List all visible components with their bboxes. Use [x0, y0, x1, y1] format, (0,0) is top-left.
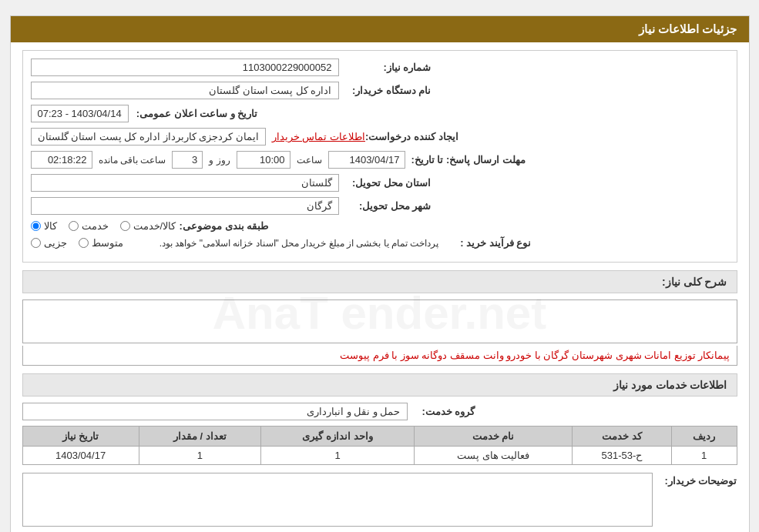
subject-option-kala-label: کالا	[44, 220, 57, 232]
subject-radio-kala-khadamat[interactable]	[120, 221, 130, 231]
purchase-type-radio-motavaset[interactable]	[79, 238, 89, 248]
cell-service-code: ح-53-531	[573, 447, 672, 465]
col-header-row-num: ردیف	[671, 427, 737, 447]
delivery-province-label: استان محل تحویل:	[339, 177, 432, 189]
contact-link[interactable]: اطلاعات تماس خریدار	[272, 131, 365, 142]
subject-row: طبقه بندی موضوعی: کالا/خدمت خدمت کالا	[31, 220, 729, 232]
purchase-type-jozii-label: جزیی	[44, 237, 67, 249]
purchase-type-radio-group: متوسط جزیی	[31, 237, 123, 249]
subject-radio-group: کالا/خدمت خدمت کالا	[31, 220, 176, 232]
creator-row: ایجاد کننده درخواست: اطلاعات تماس خریدار…	[31, 128, 729, 146]
purchase-type-motavaset-label: متوسط	[92, 237, 123, 249]
description-section-title: شرح کلی نیاز:	[22, 270, 737, 293]
services-section-title: اطلاعات خدمات مورد نیاز	[22, 373, 737, 396]
purchase-type-note: پرداخت تمام یا بخشی از مبلغ خریدار محل "…	[131, 238, 439, 249]
purchase-type-option-motavaset[interactable]: متوسط	[79, 237, 123, 249]
table-row: 1 ح-53-531 فعالیت های پست 1 1 1403/04/17	[22, 447, 737, 465]
creator-label: ایجاد کننده درخواست:	[365, 131, 458, 142]
purchase-type-label: نوع فرآیند خرید :	[439, 237, 532, 249]
cell-service-name: فعالیت های پست	[415, 447, 573, 465]
content-area: AnaT ender.net شماره نیاز: 1103000229000…	[11, 42, 749, 532]
cell-row-num: 1	[671, 447, 737, 465]
description-value: پیمانکار توزیع امانات شهری شهرستان گرگان…	[22, 346, 737, 366]
cell-unit: 1	[260, 447, 414, 465]
table-header-row: ردیف کد خدمت نام خدمت واحد اندازه گیری ت…	[22, 427, 737, 447]
delivery-city-label: شهر محل تحویل:	[339, 200, 432, 212]
subject-option-kala[interactable]: کالا	[31, 220, 57, 232]
col-header-service-code: کد خدمت	[573, 427, 672, 447]
deadline-time-label: ساعت	[297, 155, 322, 166]
subject-option-kala-khadamat[interactable]: کالا/خدمت	[120, 220, 176, 232]
subject-option-khadamat[interactable]: خدمت	[69, 220, 109, 232]
delivery-city-row: شهر محل تحویل: گرگان	[31, 197, 729, 215]
delivery-province-value: گلستان	[31, 174, 339, 192]
announcement-datetime-label: تاریخ و ساعت اعلان عمومی:	[136, 108, 258, 119]
purchase-type-row: نوع فرآیند خرید : پرداخت تمام یا بخشی از…	[31, 237, 729, 249]
description-label: شرح کلی نیاز:	[662, 276, 727, 288]
need-number-label: شماره نیاز:	[339, 62, 432, 73]
subject-label: طبقه بندی موضوعی:	[176, 220, 268, 232]
deadline-time: 10:00	[237, 151, 291, 169]
col-header-service-name: نام خدمت	[415, 427, 573, 447]
subject-option-kala-khadamat-label: کالا/خدمت	[133, 220, 176, 232]
service-group-row: گروه خدمت: حمل و نقل و انبارداری	[22, 403, 737, 420]
col-header-quantity: تعداد / مقدار	[139, 427, 260, 447]
need-number-value: 1103000229000052	[31, 59, 339, 76]
creator-value: ایمان کردجزی کاربرداز اداره کل پست استان…	[31, 128, 266, 146]
main-container: جزئیات اطلاعات نیاز AnaT ender.net شماره…	[10, 15, 750, 532]
buyer-notes-label: توضیحات خریدار:	[660, 473, 737, 487]
description-area: پیمانکار توزیع امانات شهری شهرستان گرگان…	[22, 299, 737, 366]
deadline-label: مهلت ارسال پاسخ: تا تاریخ:	[411, 154, 526, 166]
deadline-days: 3	[172, 151, 203, 169]
buyer-notes-box	[22, 473, 653, 527]
deadline-days-label: روز و	[209, 155, 230, 166]
deadline-row: مهلت ارسال پاسخ: تا تاریخ: 1403/04/17 سا…	[31, 151, 729, 169]
remaining-label: ساعت باقی مانده	[99, 155, 166, 166]
page-header: جزئیات اطلاعات نیاز	[11, 16, 749, 42]
description-textarea[interactable]	[22, 299, 737, 343]
col-header-unit: واحد اندازه گیری	[260, 427, 414, 447]
purchase-type-radio-jozii[interactable]	[31, 238, 41, 248]
cell-quantity: 1	[139, 447, 260, 465]
announcement-datetime-row: تاریخ و ساعت اعلان عمومی: 1403/04/14 - 0…	[31, 105, 729, 122]
need-number-row: شماره نیاز: 1103000229000052	[31, 59, 729, 76]
remaining-time: 02:18:22	[31, 151, 92, 169]
services-table: ردیف کد خدمت نام خدمت واحد اندازه گیری ت…	[22, 426, 737, 465]
page-title: جزئیات اطلاعات نیاز	[639, 22, 737, 35]
buyer-org-value: اداره کل پست استان گلستان	[31, 82, 339, 99]
announcement-datetime-value: 1403/04/14 - 07:23	[31, 105, 129, 122]
subject-option-khadamat-label: خدمت	[82, 220, 109, 232]
delivery-province-row: استان محل تحویل: گلستان	[31, 174, 729, 192]
col-header-date: تاریخ نیاز	[22, 427, 139, 447]
buyer-notes-row: توضیحات خریدار:	[22, 473, 737, 527]
info-section: شماره نیاز: 1103000229000052 نام دستگاه …	[22, 50, 737, 263]
delivery-city-value: گرگان	[31, 197, 339, 215]
cell-date: 1403/04/17	[22, 447, 139, 465]
service-group-value: حمل و نقل و انبارداری	[22, 403, 408, 420]
subject-radio-khadamat[interactable]	[69, 221, 79, 231]
buyer-org-row: نام دستگاه خریدار: اداره کل پست استان گل…	[31, 82, 729, 99]
buyer-org-label: نام دستگاه خریدار:	[339, 85, 432, 96]
service-group-label: گروه خدمت:	[414, 406, 475, 417]
deadline-date: 1403/04/17	[328, 151, 405, 169]
purchase-type-option-jozii[interactable]: جزیی	[31, 237, 67, 249]
subject-radio-kala[interactable]	[31, 221, 41, 231]
